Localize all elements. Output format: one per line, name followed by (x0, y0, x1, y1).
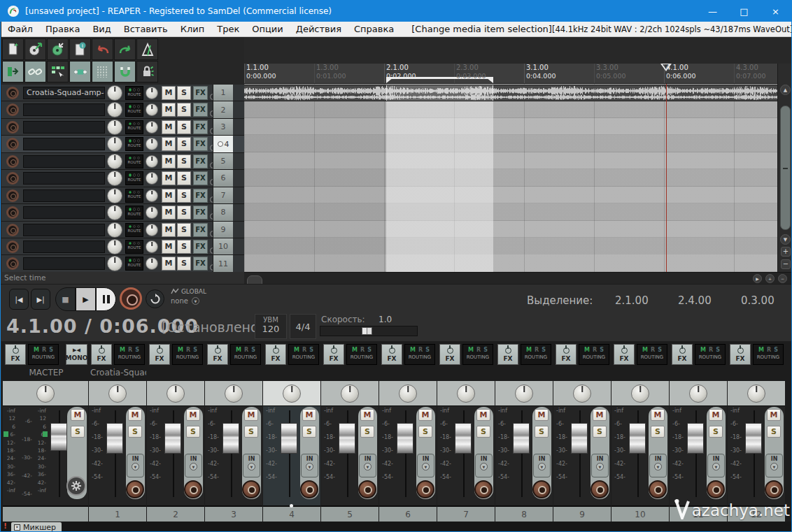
strip-record-arm-button[interactable] (649, 480, 667, 498)
pan-knob[interactable] (146, 257, 158, 270)
track-row-6[interactable]: ROUTEMSFX6 (1, 170, 244, 187)
strip-pan-knob[interactable] (399, 384, 417, 403)
mixer-strip-8[interactable]: FXMRSROUTING-inf-6--18--30--42--54-MSIN▼… (495, 341, 553, 522)
track-row-2[interactable]: ROUTEMSFX2 (1, 101, 244, 118)
master-pan-knob[interactable] (36, 384, 55, 403)
strip-routing-button[interactable]: MRSROUTING (288, 344, 319, 365)
strip-routing-button[interactable]: MRSROUTING (521, 344, 551, 365)
strip-solo-button[interactable]: S (418, 426, 432, 438)
strip-record-arm-button[interactable] (126, 480, 144, 498)
input-button[interactable]: IN▼ (707, 454, 725, 477)
record-arm-button[interactable] (6, 87, 19, 99)
track-row-4[interactable]: ROUTEMSFX4 (1, 136, 244, 152)
volume-knob[interactable] (107, 154, 122, 169)
input-button[interactable]: IN▼ (359, 454, 376, 477)
mono-button[interactable]: ▶◀MONO (66, 344, 87, 365)
volume-fader[interactable] (513, 423, 530, 454)
strip-fx-button[interactable]: FX (614, 344, 635, 365)
track-name-input[interactable] (23, 121, 105, 134)
volume-fader[interactable] (281, 423, 297, 454)
fx-button[interactable]: FX (193, 137, 208, 151)
input-button[interactable]: IN▼ (649, 454, 667, 477)
track-row-1[interactable]: Croatia-Squad-amp-CROUTEMSFX1 (1, 85, 244, 101)
strip-pan-knob[interactable] (341, 384, 359, 403)
pause-button[interactable] (96, 287, 116, 311)
input-button[interactable]: IN▼ (127, 454, 144, 477)
mute-button[interactable]: M (162, 154, 176, 168)
route-button[interactable]: ROUTE (125, 171, 143, 185)
time-signature[interactable]: 4/4 (290, 314, 316, 339)
mixer-strip-7[interactable]: FXMRSROUTING-inf-6--18--30--42--54-MSIN▼… (437, 341, 495, 522)
zoom-in-button[interactable]: + (765, 274, 775, 283)
route-button[interactable]: ROUTE (125, 223, 143, 237)
strip-fx-button[interactable]: FX (91, 344, 112, 365)
stop-button[interactable]: ■ (55, 287, 76, 311)
strip-solo-button[interactable]: S (360, 426, 374, 438)
solo-button[interactable]: S (177, 223, 191, 237)
mixer-strip-9[interactable]: FXMRSROUTING-inf-6--18--30--42--54-MSIN▼… (553, 341, 611, 522)
fx-button[interactable]: FX (193, 120, 208, 134)
fx-button[interactable]: FX (193, 257, 208, 271)
toolbar-ripple-editing-button[interactable] (47, 61, 69, 82)
volume-fader[interactable] (222, 423, 239, 454)
playrate-slider-handle[interactable] (362, 327, 372, 335)
pan-knob[interactable] (146, 189, 158, 202)
track-name-input[interactable] (23, 189, 105, 202)
solo-button[interactable]: S (177, 103, 191, 117)
volume-fader[interactable] (629, 423, 646, 454)
fx-button[interactable]: FX (193, 240, 208, 254)
track-name-input[interactable] (23, 257, 105, 270)
pan-knob[interactable] (146, 87, 158, 99)
solo-button[interactable]: S (177, 154, 191, 168)
global-automation-widget[interactable]: GLOBAL none▼ (171, 288, 206, 305)
strip-mute-button[interactable]: M (709, 409, 723, 421)
record-arm-button[interactable] (6, 189, 19, 202)
strip-fx-button[interactable]: FX (207, 344, 228, 365)
strip-solo-button[interactable]: S (535, 426, 549, 438)
timeline-ruler[interactable]: 1.1.000:00.0001.3.000:01.0002.1.000:02.0… (244, 64, 777, 84)
record-arm-button[interactable] (6, 138, 19, 150)
close-button[interactable]: × (760, 1, 791, 22)
strip-solo-button[interactable]: S (709, 426, 723, 438)
strip-fx-button[interactable]: FX (672, 344, 693, 365)
record-arm-button[interactable] (6, 240, 19, 253)
input-button[interactable]: IN▼ (475, 454, 493, 477)
track-row-5[interactable]: ROUTEMSFX5 (1, 153, 244, 170)
strip-fx-button[interactable]: FX (381, 344, 402, 365)
strip-record-arm-button[interactable] (474, 480, 493, 498)
master-mute-button[interactable]: M (71, 409, 85, 421)
input-button[interactable]: IN▼ (765, 454, 783, 477)
zoom-out-vertical-button[interactable]: − (781, 259, 791, 269)
maximize-button[interactable]: □ (728, 1, 760, 22)
strip-pan-knob[interactable] (457, 384, 475, 403)
record-arm-button[interactable] (6, 103, 19, 116)
input-button[interactable]: IN▼ (301, 454, 318, 477)
scroll-down-button[interactable]: ▼ (780, 234, 791, 245)
strip-pan-knob[interactable] (573, 384, 591, 403)
volume-knob[interactable] (107, 85, 122, 101)
mute-button[interactable]: M (162, 206, 176, 220)
strip-routing-button[interactable]: MRSROUTING (346, 344, 377, 365)
volume-knob[interactable] (107, 239, 122, 254)
track-name-input[interactable] (23, 224, 105, 236)
record-arm-button[interactable] (6, 121, 19, 134)
strip-routing-button[interactable]: MRSROUTING (28, 344, 59, 365)
record-button[interactable] (120, 287, 142, 310)
solo-button[interactable]: S (177, 189, 191, 203)
vertical-scrollbar[interactable]: ▲ ▼ + − (777, 64, 792, 272)
mixer-strip-2[interactable]: FXMRSROUTING-inf-6--18--30--42--54-MSIN▼… (147, 341, 204, 522)
pan-knob[interactable] (146, 240, 158, 253)
go-to-start-button[interactable]: |◀ (9, 289, 29, 310)
record-arm-button[interactable] (6, 224, 19, 236)
fx-button[interactable]: FX (193, 206, 208, 220)
volume-knob[interactable] (107, 171, 122, 186)
mixer-strip-5[interactable]: FXMRSROUTING-inf-6--18--30--42--54-MSIN▼… (321, 341, 379, 522)
mixer-strip-master[interactable]: FXMRSROUTING▶◀MONOМАСТЕР-inf1266-12-18-2… (3, 341, 88, 522)
toolbar-snap-button[interactable] (114, 61, 136, 82)
toolbar-grid-lines-button[interactable] (92, 61, 113, 82)
input-button[interactable]: IN▼ (243, 454, 260, 477)
pan-knob[interactable] (146, 224, 158, 236)
strip-fx-button[interactable]: FX (497, 344, 518, 365)
mixer-strip-12[interactable]: FXMRSROUTING-inf-6--18--30--42--54-MSIN▼… (728, 341, 785, 522)
strip-pan-knob[interactable] (283, 384, 301, 403)
